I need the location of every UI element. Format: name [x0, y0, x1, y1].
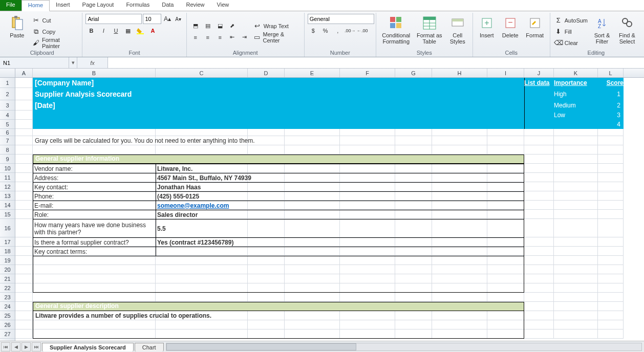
wrap-text-button[interactable]: ↩Wrap Text	[252, 21, 301, 31]
row-header-24[interactable]: 24	[0, 302, 15, 311]
increase-decimal-button[interactable]: .00→	[345, 26, 356, 36]
row-header-9[interactable]: 9	[0, 155, 15, 164]
tab-view[interactable]: View	[211, 0, 235, 11]
tab-insert[interactable]: Insert	[50, 0, 76, 11]
tab-home[interactable]: Home	[22, 0, 50, 11]
col-header-D[interactable]: D	[248, 69, 285, 77]
tab-file[interactable]: File	[0, 0, 22, 11]
align-left-button[interactable]: ≡	[190, 32, 201, 42]
row-header-16[interactable]: 16	[0, 219, 15, 237]
row-header-5[interactable]: 5	[0, 120, 15, 129]
col-header-E[interactable]: E	[285, 69, 340, 77]
info-value[interactable]: (425) 555-0125	[156, 192, 524, 201]
clear-button[interactable]: ⌫Clear	[553, 38, 589, 48]
row-header-13[interactable]: 13	[0, 191, 15, 201]
row-header-26[interactable]: 26	[0, 320, 15, 329]
format-painter-button[interactable]: 🖌Format Painter	[31, 38, 79, 48]
shrink-font-button[interactable]: A▾	[174, 14, 183, 24]
row-header-7[interactable]: 7	[0, 136, 15, 145]
select-all-corner[interactable]	[0, 69, 15, 77]
decrease-decimal-button[interactable]: ←.00	[357, 26, 368, 36]
autosum-button[interactable]: ΣAutoSum	[553, 15, 589, 26]
info-value[interactable]: 4567 Main St., Buffalo, NY 74939	[156, 173, 524, 182]
tab-nav-last[interactable]: ⏭	[32, 342, 41, 351]
row-header-3[interactable]: 3	[0, 100, 15, 111]
align-bottom-button[interactable]: ⬓	[214, 21, 226, 31]
info-value[interactable]	[156, 247, 524, 256]
tab-review[interactable]: Review	[180, 0, 210, 11]
tab-nav-prev[interactable]: ◀	[11, 342, 20, 351]
email-link[interactable]: someone@example.com	[157, 202, 229, 209]
key-contract-terms-area[interactable]	[33, 256, 524, 292]
format-as-table-button[interactable]: Format as Table	[415, 14, 444, 49]
col-header-F[interactable]: F	[340, 69, 395, 77]
row-header-19[interactable]: 19	[0, 256, 15, 265]
format-cells-button[interactable]: Format	[523, 14, 547, 49]
row-header-21[interactable]: 21	[0, 274, 15, 283]
row-header-27[interactable]: 27	[0, 329, 15, 339]
sheet-tab-chart[interactable]: Chart	[135, 343, 164, 351]
row-header-4[interactable]: 4	[0, 111, 15, 120]
info-value[interactable]: Litware, Inc.	[156, 164, 524, 173]
cell-grid[interactable]: [Company Name]Supplier Analysis Scorecar…	[15, 78, 644, 341]
sheet-tab-scorecard[interactable]: Supplier Analysis Scorecard	[42, 343, 134, 351]
sort-filter-button[interactable]: AZSort & Filter	[591, 14, 613, 49]
formula-input[interactable]	[108, 57, 644, 68]
fill-color-button[interactable]	[135, 26, 146, 36]
col-header-A[interactable]: A	[15, 69, 33, 77]
tab-page-layout[interactable]: Page Layout	[76, 0, 120, 11]
insert-cells-button[interactable]: +Insert	[476, 14, 498, 49]
scrollbar-thumb[interactable]	[166, 343, 356, 350]
info-value[interactable]: Sales director	[156, 210, 524, 219]
align-right-button[interactable]: ≡	[214, 32, 226, 42]
number-format-combo[interactable]	[308, 14, 374, 24]
font-color-button[interactable]: A	[147, 26, 158, 36]
tab-formulas[interactable]: Formulas	[120, 0, 156, 11]
font-size-combo[interactable]	[143, 14, 161, 24]
name-box[interactable]	[0, 57, 69, 68]
name-box-input[interactable]	[0, 57, 69, 68]
col-header-G[interactable]: G	[395, 69, 432, 77]
info-value[interactable]: Jonathan Haas	[156, 183, 524, 191]
fx-label[interactable]: fx	[77, 57, 108, 68]
merge-center-button[interactable]: ▭Merge & Center	[252, 32, 301, 42]
col-header-L[interactable]: L	[598, 69, 624, 77]
align-middle-button[interactable]: ▤	[202, 21, 213, 31]
col-header-I[interactable]: I	[487, 69, 524, 77]
font-name-combo[interactable]	[85, 14, 142, 24]
delete-cells-button[interactable]: −Delete	[500, 14, 521, 49]
bold-button[interactable]: B	[85, 26, 97, 36]
row-header-12[interactable]: 12	[0, 182, 15, 191]
row-header-6[interactable]: 6	[0, 129, 15, 136]
percent-button[interactable]: %	[320, 26, 331, 36]
orientation-button[interactable]: ⬈	[227, 21, 238, 31]
info-value[interactable]: 5.5	[156, 219, 524, 237]
col-header-J[interactable]: J	[524, 69, 554, 77]
row-header-22[interactable]: 22	[0, 283, 15, 293]
row-header-14[interactable]: 14	[0, 201, 15, 210]
name-box-dropdown[interactable]: ▾	[69, 57, 77, 68]
align-top-button[interactable]: ⬒	[190, 21, 201, 31]
row-header-8[interactable]: 8	[0, 145, 15, 155]
tab-nav-next[interactable]: ▶	[22, 342, 31, 351]
copy-button[interactable]: ⧉Copy	[31, 27, 79, 37]
col-header-K[interactable]: K	[554, 69, 598, 77]
row-header-2[interactable]: 2	[0, 88, 15, 100]
info-value[interactable]: someone@example.com	[156, 201, 524, 210]
row-header-11[interactable]: 11	[0, 173, 15, 182]
conditional-formatting-button[interactable]: Conditional Formatting	[379, 14, 413, 49]
comma-button[interactable]: ,	[332, 26, 344, 36]
row-header-10[interactable]: 10	[0, 164, 15, 173]
info-value[interactable]: Yes (contract #123456789)	[156, 238, 524, 247]
horizontal-scrollbar[interactable]	[166, 343, 642, 351]
tab-nav-first[interactable]: ⏮	[1, 342, 10, 351]
grow-font-button[interactable]: A▴	[162, 14, 172, 24]
find-select-button[interactable]: Find & Select	[615, 14, 639, 49]
row-header-17[interactable]: 17	[0, 237, 15, 247]
paste-button[interactable]: Paste	[5, 14, 29, 49]
row-header-23[interactable]: 23	[0, 293, 15, 302]
row-header-18[interactable]: 18	[0, 247, 15, 256]
tab-data[interactable]: Data	[156, 0, 180, 11]
cell-styles-button[interactable]: Cell Styles	[446, 14, 469, 49]
increase-indent-button[interactable]: ⇥	[239, 32, 250, 42]
